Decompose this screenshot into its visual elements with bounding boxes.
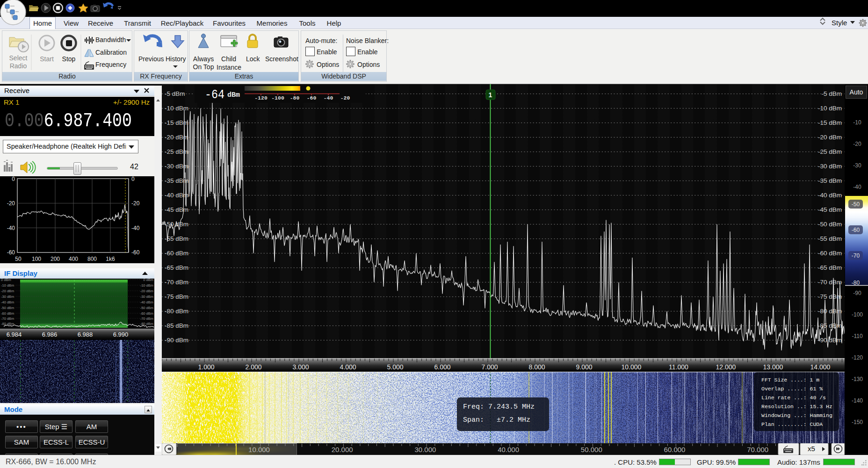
svg-text:-85 dBm: -85 dBm — [165, 322, 188, 329]
svg-text:-30 dBm: -30 dBm — [140, 295, 153, 299]
svg-text:-120: -120 — [254, 95, 268, 101]
svg-text:-20 dBm: -20 dBm — [165, 134, 188, 141]
svg-text:-100: -100 — [852, 311, 863, 318]
svg-text:-20 dBm: -20 dBm — [1, 289, 14, 293]
svg-text:-70 dBm: -70 dBm — [165, 279, 188, 286]
svg-text:-40: -40 — [324, 95, 333, 101]
svg-text:200: 200 — [51, 256, 60, 262]
svg-text:9.000: 9.000 — [576, 363, 592, 371]
svg-text:-25 dBm: -25 dBm — [165, 148, 188, 155]
svg-text:-70 dBm: -70 dBm — [140, 317, 153, 321]
svg-text:-90 dBm: -90 dBm — [165, 337, 188, 344]
svg-text:-40: -40 — [131, 225, 140, 231]
svg-text:-50: -50 — [852, 201, 860, 208]
svg-text:13.000: 13.000 — [763, 363, 783, 371]
svg-text:-45 dBm: -45 dBm — [818, 206, 842, 213]
svg-text:-60 dBm: -60 dBm — [1, 311, 14, 316]
svg-text:0: 0 — [12, 176, 15, 182]
svg-text:-130: -130 — [852, 376, 863, 382]
svg-text:14.000: 14.000 — [810, 363, 831, 371]
svg-text:-55 dBm: -55 dBm — [818, 235, 842, 242]
svg-text:0 dBm: 0 dBm — [143, 279, 153, 282]
svg-text:70.000: 70.000 — [747, 446, 768, 454]
svg-text:50: 50 — [15, 256, 22, 262]
svg-text:0 dBm: 0 dBm — [1, 279, 11, 282]
svg-text:-50 dBm: -50 dBm — [140, 306, 153, 310]
svg-text:3.000: 3.000 — [292, 363, 309, 371]
svg-text:-60 dBm: -60 dBm — [818, 250, 842, 257]
svg-text:-15 dBm: -15 dBm — [165, 119, 188, 126]
svg-text:60.000: 60.000 — [664, 446, 686, 454]
svg-text:-50 dBm: -50 dBm — [818, 221, 842, 228]
svg-text:-20: -20 — [853, 141, 861, 147]
svg-text:1: 1 — [489, 91, 492, 99]
svg-text:-75 dBm: -75 dBm — [165, 293, 188, 300]
svg-text:20.000: 20.000 — [332, 446, 353, 454]
svg-text:400: 400 — [69, 256, 78, 262]
svg-text:-65 dBm: -65 dBm — [818, 264, 842, 271]
svg-text:-75 dBm: -75 dBm — [818, 293, 842, 300]
svg-text:0: 0 — [131, 176, 135, 182]
svg-text:-55 dBm: -55 dBm — [165, 235, 188, 242]
svg-text:5.000: 5.000 — [387, 363, 403, 371]
svg-text:-110: -110 — [852, 333, 862, 339]
svg-text:-80 dBm: -80 dBm — [140, 322, 153, 326]
svg-text:-30 dBm: -30 dBm — [1, 295, 14, 299]
svg-text:-10 dBm: -10 dBm — [140, 283, 153, 288]
svg-text:-10: -10 — [853, 119, 861, 126]
svg-text:-10 dBm: -10 dBm — [818, 105, 842, 112]
svg-text:11.000: 11.000 — [669, 363, 688, 371]
svg-text:-70: -70 — [852, 252, 860, 259]
svg-text:1.000: 1.000 — [198, 363, 214, 371]
svg-text:-40: -40 — [853, 184, 861, 190]
svg-text:-100: -100 — [271, 95, 284, 101]
svg-text:-45 dBm: -45 dBm — [165, 206, 188, 213]
svg-text:50.000: 50.000 — [581, 446, 602, 454]
svg-text:-150: -150 — [852, 419, 863, 425]
svg-text:-140: -140 — [852, 397, 863, 404]
svg-text:-5 dBm: -5 dBm — [165, 90, 185, 97]
svg-text:12.000: 12.000 — [716, 363, 736, 371]
svg-text:-64: -64 — [205, 87, 224, 102]
svg-text:-20 dBm: -20 dBm — [140, 289, 153, 293]
svg-text:-80 dBm: -80 dBm — [165, 308, 188, 315]
svg-text:-20: -20 — [7, 200, 15, 207]
svg-text:-60: -60 — [307, 95, 317, 101]
svg-text:-40: -40 — [7, 225, 15, 231]
svg-text:-80: -80 — [852, 280, 860, 286]
svg-text:-40 dBm: -40 dBm — [140, 300, 153, 304]
svg-text:1k6: 1k6 — [106, 256, 115, 262]
svg-text:-40 dBm: -40 dBm — [165, 192, 188, 199]
svg-text:-90: -90 — [853, 290, 861, 296]
svg-text:-120: -120 — [852, 354, 863, 361]
svg-text:-30 dBm: -30 dBm — [818, 163, 842, 170]
svg-text:-60 dBm: -60 dBm — [165, 250, 188, 257]
svg-text:-30: -30 — [853, 162, 861, 169]
svg-text:6.988: 6.988 — [78, 331, 93, 338]
svg-text:-80: -80 — [290, 95, 300, 101]
svg-text:-10 dBm: -10 dBm — [1, 283, 14, 288]
svg-text:dBm: dBm — [227, 91, 240, 99]
svg-text:8.000: 8.000 — [528, 363, 545, 371]
svg-text:30.000: 30.000 — [414, 446, 436, 454]
svg-text:-40 dBm: -40 dBm — [1, 300, 14, 304]
svg-text:100: 100 — [32, 256, 41, 262]
svg-text:-80 dBm: -80 dBm — [1, 322, 14, 326]
svg-text:-70 dBm: -70 dBm — [818, 279, 842, 286]
svg-text:-60: -60 — [7, 249, 15, 256]
svg-text:-10 dBm: -10 dBm — [165, 105, 188, 112]
svg-text:800: 800 — [87, 256, 97, 262]
svg-text:6.990: 6.990 — [113, 331, 129, 338]
svg-text:6.984: 6.984 — [7, 331, 22, 338]
svg-text:-15 dBm: -15 dBm — [818, 119, 842, 126]
svg-text:10.000: 10.000 — [248, 446, 270, 454]
svg-text:40.000: 40.000 — [498, 446, 519, 454]
svg-text:7.000: 7.000 — [481, 363, 498, 371]
svg-text:-20: -20 — [340, 95, 350, 101]
svg-text:2.000: 2.000 — [245, 363, 261, 371]
svg-text:-65 dBm: -65 dBm — [165, 264, 188, 271]
svg-text:x5: x5 — [808, 445, 815, 453]
svg-text:6.000: 6.000 — [434, 363, 450, 371]
svg-text:10.000: 10.000 — [622, 363, 642, 371]
svg-text:-25 dBm: -25 dBm — [818, 148, 842, 155]
